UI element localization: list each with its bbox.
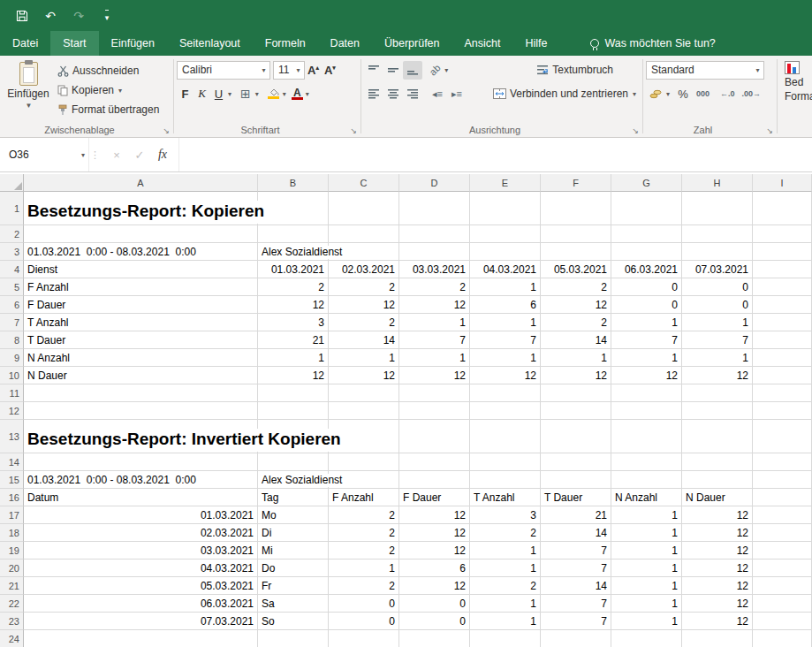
number-format-combo[interactable]: Standard ▾ (646, 61, 764, 80)
align-left-button[interactable] (364, 85, 383, 103)
cell-B17[interactable]: Mo (258, 506, 329, 524)
cell-E14[interactable] (470, 453, 541, 471)
row-header-9[interactable]: 9 (0, 349, 24, 367)
cell-G21[interactable]: 1 (611, 577, 682, 595)
cell-F4[interactable]: 05.03.2021 (541, 261, 611, 278)
cell-F19[interactable]: 7 (541, 542, 611, 559)
tab-überprüfen[interactable]: Überprüfen (372, 31, 452, 56)
row-header-16[interactable]: 16 (0, 489, 24, 506)
number-dialog-launcher[interactable]: ↘ (766, 126, 773, 135)
cell-I5[interactable] (753, 278, 812, 296)
column-header-G[interactable]: G (611, 174, 682, 192)
cell-A3[interactable]: 01.03.2021 0:00 - 08.03.2021 0:00 (24, 243, 258, 261)
cell-B5[interactable]: 2 (258, 278, 329, 296)
row-header-15[interactable]: 15 (0, 471, 24, 489)
cell-A5[interactable]: F Anzahl (24, 278, 258, 296)
cell-G18[interactable]: 1 (611, 524, 682, 542)
cell-B4[interactable]: 01.03.2021 (258, 261, 329, 278)
cell-E19[interactable]: 1 (470, 542, 541, 559)
cell-I16[interactable] (753, 489, 812, 506)
cell-I18[interactable] (753, 524, 812, 542)
tab-ansicht[interactable]: Ansicht (452, 31, 513, 56)
cell-I1[interactable] (753, 192, 812, 225)
font-name-combo[interactable]: Calibri ▾ (177, 61, 270, 80)
cell-H17[interactable]: 12 (682, 506, 753, 524)
cell-D12[interactable] (399, 402, 470, 420)
cell-H4[interactable]: 07.03.2021 (682, 261, 753, 278)
cell-G22[interactable]: 1 (611, 595, 682, 613)
align-center-button[interactable] (383, 85, 403, 103)
cell-D24[interactable] (399, 630, 470, 647)
cell-E17[interactable]: 3 (470, 506, 541, 524)
accounting-format-button[interactable]: ▾ (646, 85, 673, 103)
tab-seitenlayout[interactable]: Seitenlayout (167, 31, 253, 56)
cell-E12[interactable] (470, 402, 541, 420)
cell-D9[interactable]: 1 (399, 349, 470, 367)
cell-H5[interactable]: 0 (682, 278, 753, 296)
cell-B6[interactable]: 12 (258, 296, 329, 314)
cell-A7[interactable]: T Anzahl (24, 314, 258, 331)
cell-F1[interactable] (541, 192, 611, 225)
cell-C20[interactable]: 1 (329, 559, 399, 577)
cell-G10[interactable]: 12 (611, 367, 682, 384)
cell-A22[interactable]: 06.03.2021 (24, 595, 258, 613)
paste-button[interactable]: Einfügen ▼ (3, 60, 54, 121)
cell-H1[interactable] (682, 192, 753, 225)
cell-I15[interactable] (753, 471, 812, 489)
cell-B9[interactable]: 1 (258, 349, 329, 367)
cell-B19[interactable]: Mi (258, 542, 329, 559)
undo-button[interactable]: ↶ (42, 6, 58, 26)
cell-H7[interactable]: 1 (682, 314, 753, 331)
cell-D22[interactable]: 0 (399, 595, 470, 613)
cell-H16[interactable]: N Dauer (682, 489, 753, 506)
font-dialog-launcher[interactable]: ↘ (350, 126, 357, 135)
cell-G23[interactable]: 1 (611, 613, 682, 630)
cell-D11[interactable] (399, 384, 470, 402)
cell-H23[interactable]: 12 (682, 613, 753, 630)
cell-H21[interactable]: 12 (682, 577, 753, 595)
align-top-button[interactable] (364, 61, 383, 80)
cell-A11[interactable] (24, 384, 258, 402)
cell-H12[interactable] (682, 402, 753, 420)
row-header-14[interactable]: 14 (0, 453, 24, 471)
cell-A14[interactable] (24, 453, 258, 471)
cell-E8[interactable]: 7 (470, 331, 541, 349)
cell-D21[interactable]: 12 (399, 577, 470, 595)
cell-G15[interactable] (611, 471, 682, 489)
font-color-button[interactable]: A (290, 88, 305, 100)
cell-I7[interactable] (753, 314, 812, 331)
row-header-23[interactable]: 23 (0, 613, 24, 630)
cell-I20[interactable] (753, 559, 812, 577)
cell-E21[interactable]: 2 (470, 577, 541, 595)
cell-G3[interactable] (611, 243, 682, 261)
cut-button[interactable]: Ausschneiden (54, 61, 163, 80)
cell-E16[interactable]: T Anzahl (470, 489, 541, 506)
cell-H19[interactable]: 12 (682, 542, 753, 559)
row-header-3[interactable]: 3 (0, 243, 24, 261)
cell-E11[interactable] (470, 384, 541, 402)
cell-D13[interactable] (399, 420, 470, 453)
cell-B3[interactable]: Alex Sozialdienst (258, 243, 329, 261)
cell-B21[interactable]: Fr (258, 577, 329, 595)
row-header-22[interactable]: 22 (0, 595, 24, 613)
cell-F8[interactable]: 14 (541, 331, 611, 349)
orientation-button[interactable]: ab ▾ (426, 61, 452, 80)
row-header-12[interactable]: 12 (0, 402, 24, 420)
cell-A19[interactable]: 03.03.2021 (24, 542, 258, 559)
cell-A13[interactable]: Besetzungs-Report: Invertiert Kopieren (24, 420, 258, 453)
cell-C9[interactable]: 1 (329, 349, 399, 367)
row-header-5[interactable]: 5 (0, 278, 24, 296)
cell-I19[interactable] (753, 542, 812, 559)
cell-A18[interactable]: 02.03.2021 (24, 524, 258, 542)
cell-I21[interactable] (753, 577, 812, 595)
row-header-7[interactable]: 7 (0, 314, 24, 331)
cell-A24[interactable] (24, 630, 258, 647)
decrease-decimal-button[interactable]: .00→ (739, 85, 765, 103)
cell-D15[interactable] (399, 471, 470, 489)
cell-B7[interactable]: 3 (258, 314, 329, 331)
cell-E20[interactable]: 1 (470, 559, 541, 577)
font-size-combo[interactable]: 11 ▾ (273, 61, 305, 80)
cell-D18[interactable]: 12 (399, 524, 470, 542)
cell-F12[interactable] (541, 402, 611, 420)
italic-button[interactable]: K (194, 85, 210, 103)
